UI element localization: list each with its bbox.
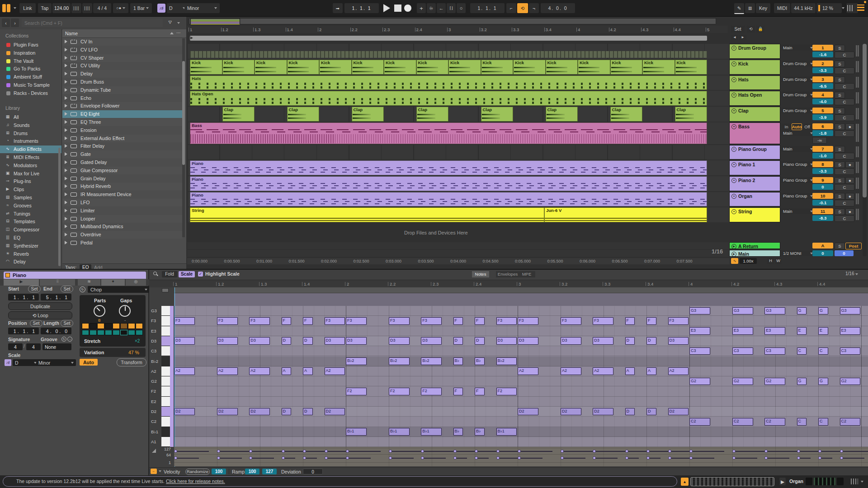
velocity-marker[interactable] bbox=[689, 456, 693, 460]
midi-note[interactable]: C2 bbox=[840, 418, 861, 426]
velocity-marker[interactable] bbox=[453, 450, 457, 453]
velocity-marker[interactable] bbox=[764, 450, 768, 453]
solo-button[interactable]: S bbox=[835, 161, 845, 168]
output-routing-selector[interactable]: Main bbox=[781, 208, 815, 214]
highlight-scale-checkbox[interactable]: ✓ bbox=[198, 272, 203, 277]
velocity-ramp-line[interactable] bbox=[175, 451, 209, 452]
velocity-ramp-line[interactable] bbox=[734, 458, 757, 459]
midi-note[interactable]: F2 bbox=[346, 388, 367, 395]
randomize-button[interactable]: Randomize bbox=[185, 469, 210, 475]
midi-note[interactable]: B♭ bbox=[475, 357, 485, 365]
clip-start-field[interactable]: 1. 1. 1 bbox=[8, 294, 39, 300]
device-item-cv-in[interactable]: CV In bbox=[62, 38, 183, 46]
velocity-ramp-line[interactable] bbox=[304, 458, 317, 459]
disclosure-triangle-icon[interactable] bbox=[65, 112, 67, 116]
follow-button[interactable]: ➟ bbox=[333, 3, 343, 13]
midi-note[interactable]: D3 bbox=[668, 337, 689, 345]
clip-kick[interactable]: Kick bbox=[642, 60, 675, 75]
midi-note[interactable]: F bbox=[625, 317, 635, 325]
time-ruler[interactable]: 0:00.0000:00.5000:01.0000:01.5000:02.000… bbox=[187, 258, 730, 264]
sidebar-item-templates[interactable]: ⊟Templates bbox=[0, 218, 62, 225]
track-name-cell[interactable]: ▾Hats bbox=[729, 75, 780, 90]
back-to-arrangement-button[interactable]: ← bbox=[437, 3, 446, 13]
midi-note[interactable]: B♭1 bbox=[346, 428, 367, 436]
velocity-ramp-line[interactable] bbox=[562, 458, 585, 459]
chop-step-bottom[interactable] bbox=[128, 330, 135, 335]
midi-note[interactable]: B♭2 bbox=[421, 357, 442, 365]
loop-button[interactable]: ⟲ bbox=[517, 3, 528, 13]
velocity-marker[interactable] bbox=[453, 456, 457, 460]
track-number-badge[interactable]: 5 bbox=[812, 108, 833, 113]
position-set-button[interactable]: Set bbox=[30, 320, 42, 327]
midi-note[interactable]: B♭2 bbox=[496, 357, 517, 365]
device-item-drum-buss[interactable]: Drum Buss bbox=[62, 78, 183, 86]
clip-hats-open[interactable]: Hats Open bbox=[190, 91, 707, 106]
cue-out-selector[interactable]: 1/2 MONI bbox=[781, 250, 815, 256]
clip-kick[interactable]: Kick bbox=[319, 60, 352, 75]
midi-note[interactable]: F bbox=[646, 317, 656, 325]
volume-field[interactable]: -1.0 bbox=[812, 153, 833, 159]
track-header-bass[interactable]: ▾BassInAutoOffMain6S⏺-1.8C-∞ bbox=[729, 122, 865, 144]
chop-step-bottom[interactable] bbox=[97, 330, 104, 335]
midi-note[interactable]: E3 bbox=[689, 327, 710, 335]
track-number-badge[interactable]: 11 bbox=[812, 208, 833, 214]
midi-note[interactable]: A bbox=[303, 367, 313, 375]
midi-note[interactable]: F2 bbox=[389, 388, 410, 395]
clip-kick[interactable]: Kick bbox=[546, 60, 578, 75]
midi-note[interactable]: A2 bbox=[561, 367, 581, 375]
velocity-marker[interactable] bbox=[518, 456, 521, 460]
midi-note[interactable]: B♭ bbox=[475, 428, 485, 436]
draw-mode-button[interactable]: ✎ bbox=[734, 3, 744, 14]
midi-note[interactable]: C bbox=[797, 418, 807, 426]
pan-field[interactable]: C bbox=[835, 83, 854, 90]
velocity-marker[interactable] bbox=[389, 450, 392, 453]
start-set-button[interactable]: Set bbox=[28, 286, 41, 292]
device-item-hybrid-reverb[interactable]: Hybrid Reverb bbox=[62, 183, 183, 190]
sidebar-item-collection[interactable]: The Vault bbox=[0, 57, 62, 65]
output-routing-selector[interactable]: Piano Group bbox=[781, 161, 815, 167]
track-fold-icon[interactable]: ▾ bbox=[731, 77, 736, 82]
disclosure-triangle-icon[interactable] bbox=[65, 104, 67, 108]
pan-field[interactable]: C bbox=[835, 184, 854, 191]
track-header-organ[interactable]: ▾OrganPiano Group10S⏺-0.1C bbox=[729, 192, 865, 206]
piano-key-g2[interactable] bbox=[161, 376, 170, 386]
midi-note[interactable]: B♭ bbox=[453, 428, 463, 436]
midi-note[interactable]: A2 bbox=[217, 367, 238, 375]
output-routing-selector[interactable]: Main bbox=[781, 130, 815, 136]
clip-clap[interactable]: Clap bbox=[546, 107, 578, 122]
velocity-ramp-line[interactable] bbox=[820, 458, 832, 459]
sig-denominator-field[interactable]: 4 bbox=[26, 343, 41, 350]
velocity-ramp-line[interactable] bbox=[798, 451, 821, 452]
sidebar-item-synthesizer[interactable]: ▥Synthesizer bbox=[0, 242, 62, 250]
disclosure-triangle-icon[interactable] bbox=[65, 209, 67, 212]
chop-step-top[interactable] bbox=[97, 323, 104, 329]
tag-chip[interactable]: EQ bbox=[80, 264, 91, 269]
midi-note[interactable]: C bbox=[797, 347, 807, 355]
extract-groove-icon[interactable]: → bbox=[67, 337, 72, 342]
disclosure-triangle-icon[interactable] bbox=[65, 128, 67, 132]
velocity-marker[interactable] bbox=[303, 456, 306, 460]
velocity-marker[interactable] bbox=[668, 450, 671, 453]
midi-note[interactable]: C3 bbox=[689, 347, 710, 355]
clip-kick[interactable]: Kick bbox=[675, 60, 708, 75]
midi-note[interactable]: B♭2 bbox=[346, 357, 367, 365]
midi-note[interactable]: A2 bbox=[518, 367, 538, 375]
sidebar-item-collection[interactable]: Inspiration bbox=[0, 49, 62, 57]
clip-hats[interactable]: Hats bbox=[190, 75, 707, 90]
velocity-marker[interactable] bbox=[496, 450, 500, 453]
midi-note[interactable]: D2 bbox=[249, 408, 270, 416]
piano-key-g3[interactable] bbox=[161, 306, 170, 316]
nav-left-icon[interactable]: ◄ bbox=[731, 35, 738, 40]
release-notes-link[interactable]: Click here for release notes. bbox=[166, 479, 225, 484]
sidebar-item-collection[interactable]: Ambient Stuff bbox=[0, 73, 62, 81]
piano-key-d3[interactable] bbox=[161, 336, 170, 346]
midi-note[interactable]: C3 bbox=[840, 347, 861, 355]
transform-button[interactable]: Transform bbox=[117, 358, 146, 366]
midi-note[interactable]: D bbox=[475, 337, 485, 345]
disclosure-triangle-icon[interactable] bbox=[65, 40, 67, 43]
tab-notes[interactable]: Notes bbox=[472, 271, 489, 277]
clip-clap[interactable]: Clap bbox=[352, 107, 384, 122]
volume-field[interactable]: -1.6 bbox=[812, 52, 833, 57]
device-screen[interactable] bbox=[814, 478, 835, 485]
midi-note[interactable]: C3 bbox=[764, 347, 785, 355]
